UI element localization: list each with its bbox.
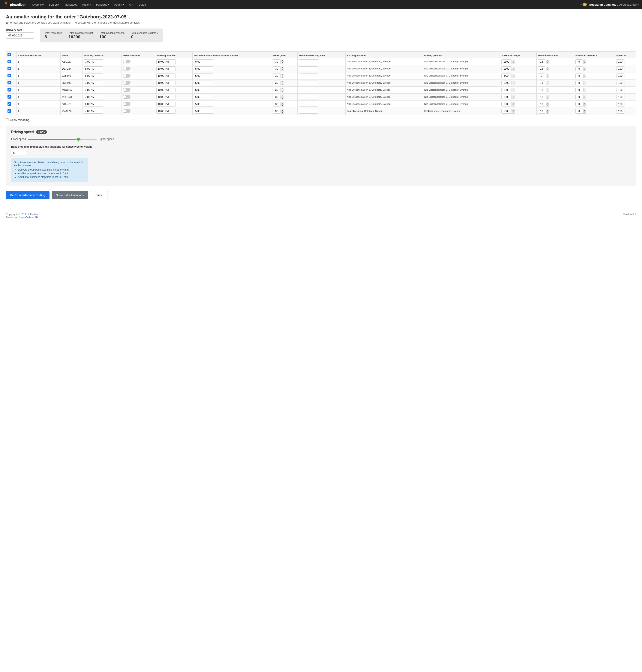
fixed-start-toggle[interactable] [123, 60, 130, 63]
vol2-up-btn[interactable]: ▲ [583, 81, 586, 83]
speed-input[interactable] [616, 109, 625, 114]
nav-search[interactable]: Search▾ [47, 2, 62, 7]
max-weight-input[interactable] [501, 80, 511, 85]
work-end-input[interactable] [156, 74, 176, 78]
fixed-start-toggle[interactable] [123, 95, 130, 99]
break-down-btn[interactable]: ▼ [281, 76, 284, 78]
use-checkbox[interactable] [8, 88, 11, 91]
weight-up-btn[interactable]: ▲ [512, 88, 514, 90]
break-input[interactable] [272, 66, 281, 71]
vol-down-btn[interactable]: ▼ [546, 112, 549, 114]
weight-up-btn[interactable]: ▲ [512, 95, 514, 97]
max-duration-input[interactable] [194, 95, 213, 100]
break-up-btn[interactable]: ▲ [281, 88, 284, 90]
vol2-up-btn[interactable]: ▲ [583, 102, 586, 104]
max-vol2-input[interactable] [575, 95, 583, 100]
vol2-up-btn[interactable]: ▲ [583, 88, 586, 90]
vol-up-btn[interactable]: ▲ [546, 88, 549, 90]
weight-up-btn[interactable]: ▲ [512, 60, 514, 62]
nav-overview[interactable]: Overview [30, 2, 46, 7]
vol-up-btn[interactable]: ▲ [546, 60, 549, 62]
weight-down-btn[interactable]: ▼ [512, 104, 514, 106]
max-work-input[interactable] [299, 80, 318, 85]
nav-admin[interactable]: Admin▾ [112, 2, 126, 7]
max-weight-input[interactable] [501, 95, 511, 100]
max-weight-input[interactable] [501, 102, 511, 106]
vol-up-btn[interactable]: ▲ [546, 102, 549, 104]
break-down-btn[interactable]: ▼ [281, 69, 284, 71]
fixed-start-toggle[interactable] [123, 81, 130, 85]
max-vol2-input[interactable] [575, 88, 583, 92]
max-work-input[interactable] [299, 95, 318, 100]
select-all-checkbox[interactable] [8, 53, 11, 56]
max-vol2-input[interactable] [575, 80, 583, 85]
max-duration-input[interactable] [194, 88, 213, 92]
use-checkbox[interactable] [8, 102, 11, 106]
max-duration-input[interactable] [194, 80, 213, 85]
break-up-btn[interactable]: ▲ [281, 74, 284, 76]
work-end-input[interactable] [156, 66, 176, 71]
max-work-input[interactable] [299, 74, 318, 78]
vol2-down-btn[interactable]: ▼ [583, 62, 586, 64]
work-end-input[interactable] [156, 95, 176, 100]
vol2-up-btn[interactable]: ▲ [583, 95, 586, 97]
max-vol2-input[interactable] [575, 102, 583, 106]
speed-input[interactable] [616, 88, 625, 92]
max-duration-input[interactable] [194, 102, 213, 106]
max-vol-input[interactable] [538, 102, 545, 106]
weight-up-btn[interactable]: ▲ [512, 81, 514, 83]
vol2-down-btn[interactable]: ▼ [583, 112, 586, 114]
vol2-down-btn[interactable]: ▼ [583, 83, 586, 85]
max-duration-input[interactable] [194, 59, 213, 64]
break-input[interactable] [272, 95, 281, 100]
max-duration-input[interactable] [194, 109, 213, 114]
speed-input[interactable] [616, 66, 625, 71]
developed-link[interactable]: pinDeliver AB [23, 216, 38, 219]
vol2-up-btn[interactable]: ▲ [583, 67, 586, 69]
vol-down-btn[interactable]: ▼ [546, 69, 549, 71]
nav-history[interactable]: History [80, 2, 93, 7]
break-up-btn[interactable]: ▲ [281, 95, 284, 97]
vol-down-btn[interactable]: ▼ [546, 62, 549, 64]
max-work-input[interactable] [299, 88, 318, 92]
fixed-start-toggle[interactable] [123, 88, 130, 92]
vol2-down-btn[interactable]: ▼ [583, 90, 586, 92]
max-vol-input[interactable] [538, 80, 545, 85]
use-checkbox[interactable] [8, 74, 11, 77]
weight-down-btn[interactable]: ▼ [512, 69, 514, 71]
max-weight-input[interactable] [501, 66, 511, 71]
use-checkbox[interactable] [8, 67, 11, 70]
use-checkbox[interactable] [8, 95, 11, 99]
speed-input[interactable] [616, 95, 625, 100]
max-weight-input[interactable] [501, 88, 511, 92]
work-end-input[interactable] [156, 88, 176, 92]
vol-down-btn[interactable]: ▼ [546, 104, 549, 106]
max-work-input[interactable] [299, 109, 318, 114]
apply-reloading-checkbox[interactable] [6, 118, 9, 121]
break-down-btn[interactable]: ▼ [281, 62, 284, 64]
brand[interactable]: 📍 pinDeliver [3, 2, 26, 7]
speed-input[interactable] [616, 74, 625, 78]
nav-messages[interactable]: Messages [62, 2, 79, 7]
vol-up-btn[interactable]: ▲ [546, 67, 549, 69]
max-work-input[interactable] [299, 102, 318, 106]
perform-routing-button[interactable]: Perform automatic routing [6, 191, 50, 199]
weight-down-btn[interactable]: ▼ [512, 90, 514, 92]
max-vol2-input[interactable] [575, 66, 583, 71]
nav-api[interactable]: API [127, 2, 136, 7]
vol-up-btn[interactable]: ▲ [546, 95, 549, 97]
work-start-input[interactable] [84, 80, 103, 85]
use-checkbox[interactable] [8, 60, 11, 63]
max-vol2-input[interactable] [575, 59, 583, 64]
use-checkbox[interactable] [8, 81, 11, 85]
break-up-btn[interactable]: ▲ [281, 102, 284, 104]
work-start-input[interactable] [84, 88, 103, 92]
weight-down-btn[interactable]: ▼ [512, 62, 514, 64]
work-start-input[interactable] [84, 102, 103, 106]
break-down-btn[interactable]: ▼ [281, 97, 284, 100]
fixed-start-toggle[interactable] [123, 67, 130, 70]
vol-down-btn[interactable]: ▼ [546, 83, 549, 85]
vol-down-btn[interactable]: ▼ [546, 76, 549, 78]
max-work-input[interactable] [299, 66, 318, 71]
weight-up-btn[interactable]: ▲ [512, 102, 514, 104]
